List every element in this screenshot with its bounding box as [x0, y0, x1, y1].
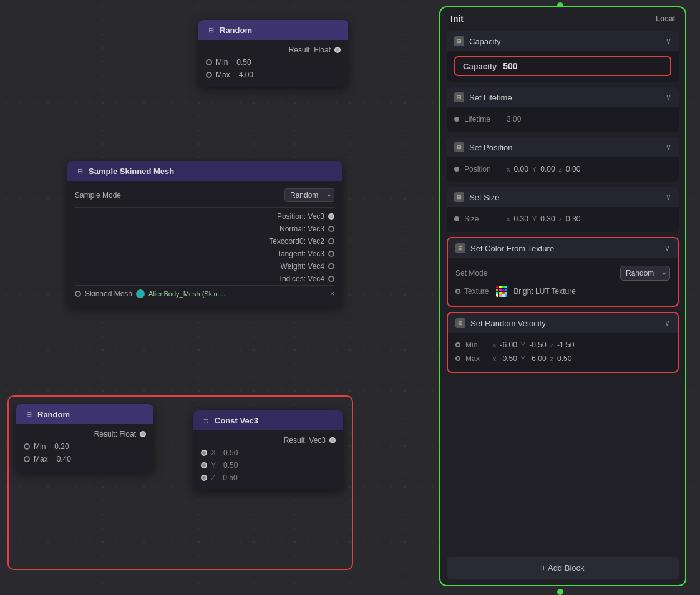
ssm-texcoord-socket: [328, 238, 334, 244]
ssm-sm-label: Skinned Mesh: [85, 289, 132, 298]
ssm-position-socket: [328, 213, 334, 220]
ssm-sample-mode-select[interactable]: Random: [284, 188, 334, 202]
capacity-block-title: Capacity: [469, 37, 501, 46]
size-z-val[interactable]: 0.30: [566, 215, 580, 223]
lifetime-block: ⊞ Set Lifetime ∨ Lifetime 3.00: [447, 87, 679, 132]
position-y-val[interactable]: 0.00: [540, 165, 555, 173]
color-texture-chevron: ∨: [664, 244, 670, 253]
position-block-body: Position x 0.00 Y 0.00 z 0.00: [447, 157, 679, 182]
random-velocity-icon: ⊞: [455, 318, 465, 328]
size-y-label: Y: [532, 215, 537, 223]
ssm-sm-remove[interactable]: ×: [330, 289, 334, 298]
position-block: ⊞ Set Position ∨ Position x 0.00 Y 0.00: [447, 137, 679, 182]
ssm-weight-row: Weight: Vec4: [75, 260, 334, 273]
lifetime-chevron: ∨: [666, 93, 671, 102]
lifetime-field-row: Lifetime 3.00: [454, 112, 671, 126]
random-top-max-value: 4.00: [239, 70, 253, 79]
lifetime-value[interactable]: 3.00: [507, 115, 521, 123]
velocity-max-y[interactable]: -6.00: [529, 354, 546, 363]
const-vec3-y-row: Y 0.50: [201, 459, 336, 472]
lifetime-socket: [454, 117, 459, 122]
random-bl-min-row: Min 0.20: [24, 440, 146, 453]
ssm-position-label: Position: Vec3: [277, 212, 324, 221]
ssm-skinned-mesh-row: Skinned Mesh 🌐 AlienBody_Mesh (Skin ... …: [75, 285, 334, 299]
set-mode-label: Set Mode: [455, 269, 499, 278]
color-texture-header[interactable]: ⊞ Set Color From Texture ∨: [448, 238, 678, 258]
size-block-body: Size x 0.30 Y 0.30 z 0.30: [447, 207, 679, 232]
lifetime-label: Lifetime: [464, 115, 502, 123]
ssm-sample-mode-row: Sample Mode Random: [75, 186, 334, 207]
ssm-outputs: Position: Vec3 Normal: Vec3 Texcoord0: V…: [75, 207, 334, 285]
random-top-min-row: Min 0.50: [206, 56, 341, 69]
ssm-icon: ⊞: [75, 166, 85, 176]
init-panel: Init Local ⊞ Capacity ∨ Capacity 500: [439, 6, 686, 586]
position-z-val[interactable]: 0.00: [566, 165, 580, 173]
const-vec3-z-socket: [201, 475, 207, 481]
velocity-max-x[interactable]: -0.50: [500, 354, 517, 363]
sample-skinned-mesh-node: ⊞ Sample Skinned Mesh Sample Mode Random…: [67, 161, 342, 307]
random-bl-max-socket: [24, 456, 30, 462]
random-bl-node: ⊞ Random Result: Float Min 0.20 Max 0.40: [16, 404, 153, 472]
random-top-max-row: Max 4.00: [206, 69, 341, 81]
random-bl-result-socket: [140, 431, 146, 437]
position-socket: [454, 167, 459, 172]
velocity-max-socket: [455, 356, 460, 361]
texture-row: Texture: [455, 283, 670, 299]
random-bl-result-row: Result: Float: [24, 428, 146, 440]
add-block-button[interactable]: + Add Block: [447, 557, 679, 579]
position-xyz: x 0.00 Y 0.00 z 0.00: [507, 165, 580, 173]
ssm-texcoord-row: Texcoord0: Vec2: [75, 235, 334, 248]
velocity-min-y[interactable]: -0.50: [529, 341, 546, 349]
size-x-val[interactable]: 0.30: [514, 215, 528, 223]
set-mode-select[interactable]: Random: [620, 266, 670, 281]
random-bl-min-socket: [24, 443, 30, 450]
position-x-val[interactable]: 0.00: [514, 165, 528, 173]
color-texture-block: ⊞ Set Color From Texture ∨ Set Mode Rand…: [447, 237, 679, 307]
panel-header: Init Local: [440, 7, 685, 29]
velocity-min-xyz: x -6.00 Y -0.50 z -1.50: [493, 341, 574, 349]
velocity-max-label: Max: [465, 354, 485, 363]
ssm-sample-mode-select-wrap[interactable]: Random: [284, 188, 334, 202]
position-field-row: Position x 0.00 Y 0.00 z 0.00: [454, 162, 671, 176]
ssm-sm-value: AlienBody_Mesh (Skin ...: [148, 290, 326, 298]
capacity-field-value[interactable]: 500: [503, 61, 517, 71]
size-x-label: x: [507, 215, 510, 223]
size-y-val[interactable]: 0.30: [540, 215, 555, 223]
panel-local-btn[interactable]: Local: [656, 14, 675, 23]
position-block-title: Set Position: [469, 143, 512, 152]
random-top-result-label: Result: Float: [289, 46, 331, 54]
ssm-texcoord-label: Texcoord0: Vec2: [269, 237, 324, 246]
const-vec3-x-socket: [201, 450, 207, 456]
size-block-header[interactable]: ⊞ Set Size ∨: [447, 187, 679, 207]
const-vec3-y-value: 0.50: [223, 461, 238, 470]
position-z-label: z: [559, 165, 563, 173]
position-block-header[interactable]: ⊞ Set Position ∨: [447, 137, 679, 157]
const-vec3-z-value: 0.50: [223, 473, 237, 482]
const-vec3-y-label: Y: [211, 461, 216, 470]
capacity-block: ⊞ Capacity ∨ Capacity 500: [447, 31, 679, 82]
velocity-min-z[interactable]: -1.50: [557, 341, 574, 349]
ssm-sample-mode-label: Sample Mode: [75, 191, 121, 200]
lifetime-block-header[interactable]: ⊞ Set Lifetime ∨: [447, 87, 679, 107]
const-vec3-title: Const Vec3: [215, 416, 258, 425]
random-velocity-block: ⊞ Set Random Velocity ∨ Min x -6.00 Y -0…: [447, 312, 679, 373]
set-mode-select-container[interactable]: Random: [620, 266, 670, 281]
const-vec3-z-label: Z: [211, 473, 215, 482]
color-texture-title: Set Color From Texture: [470, 244, 554, 253]
velocity-max-z[interactable]: 0.50: [557, 354, 571, 363]
velocity-min-x[interactable]: -6.00: [500, 341, 517, 349]
random-top-max-socket: [206, 72, 212, 78]
random-top-icon: ⊞: [206, 25, 216, 35]
capacity-block-header[interactable]: ⊞ Capacity ∨: [447, 31, 679, 51]
random-node-top: ⊞ Random Result: Float Min 0.50 Max 4.00: [198, 20, 348, 87]
ssm-body: Sample Mode Random Position: Vec3 Normal…: [67, 181, 342, 307]
panel-content: ⊞ Capacity ∨ Capacity 500 ⊞: [440, 29, 685, 552]
texture-label: Texture: [464, 287, 489, 296]
random-top-title: Random: [220, 26, 252, 35]
const-vec3-body: Result: Vec3 X 0.50 Y 0.50 Z 0.50: [193, 430, 343, 490]
color-texture-body: Set Mode Random Texture: [448, 258, 678, 306]
random-velocity-header[interactable]: ⊞ Set Random Velocity ∨: [448, 313, 678, 333]
set-mode-row: Set Mode Random: [455, 263, 670, 283]
const-vec3-x-row: X 0.50: [201, 447, 336, 459]
panel-title: Init: [450, 14, 464, 24]
